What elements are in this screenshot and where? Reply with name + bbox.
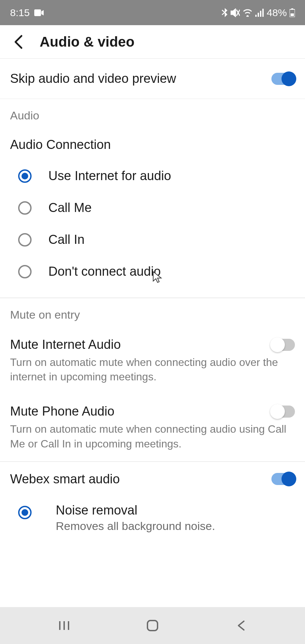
radio-icon — [18, 233, 32, 247]
svg-rect-11 — [147, 621, 158, 631]
mute-internet-title: Mute Internet Audio — [10, 337, 121, 352]
recents-icon — [58, 620, 70, 631]
radio-icon — [18, 506, 32, 519]
svg-rect-1 — [255, 15, 257, 17]
radio-label: Call Me — [48, 201, 92, 215]
radio-icon — [18, 201, 32, 215]
mute-internet-toggle[interactable] — [271, 339, 295, 351]
mute-phone-row[interactable]: Mute Phone Audio Turn on automatic mute … — [0, 394, 305, 461]
back-button[interactable] — [10, 34, 26, 50]
svg-rect-2 — [258, 13, 259, 17]
smart-audio-row[interactable]: Webex smart audio — [0, 462, 305, 496]
radio-icon — [18, 169, 32, 183]
video-recording-icon — [34, 9, 44, 16]
audio-connection-title: Audio Connection — [0, 128, 305, 160]
nav-back-button[interactable] — [231, 615, 251, 636]
mute-icon — [230, 8, 240, 17]
audio-option-internet[interactable]: Use Internet for audio — [10, 160, 295, 192]
chevron-left-icon — [13, 35, 23, 49]
svg-rect-3 — [260, 11, 261, 17]
svg-rect-4 — [262, 9, 264, 17]
signal-icon — [255, 9, 264, 17]
audio-option-call-me[interactable]: Call Me — [10, 192, 295, 224]
mute-phone-desc: Turn on automatic mute when connecting a… — [10, 422, 295, 451]
radio-label: Don't connect audio — [48, 264, 161, 279]
smart-audio-label: Webex smart audio — [10, 472, 120, 486]
home-icon — [146, 619, 159, 632]
mute-entry-header: Mute on entry — [0, 298, 305, 327]
nav-recents-button[interactable] — [54, 615, 74, 636]
radio-label: Call In — [48, 232, 85, 247]
system-nav-bar — [0, 607, 305, 644]
audio-option-dont-connect[interactable]: Don't connect audio — [10, 256, 295, 287]
status-bar: 8:15 48% — [0, 0, 305, 25]
radio-icon — [18, 265, 32, 278]
status-right: 48% — [222, 7, 295, 18]
svg-rect-0 — [34, 9, 41, 16]
app-header: Audio & video — [0, 25, 305, 59]
skip-preview-toggle[interactable] — [271, 73, 295, 85]
audio-connection-options: Use Internet for audio Call Me Call In D… — [0, 160, 305, 298]
skip-preview-row[interactable]: Skip audio and video preview — [0, 59, 305, 99]
page-title: Audio & video — [40, 34, 134, 50]
nav-back-icon — [236, 619, 245, 632]
mute-phone-toggle[interactable] — [271, 406, 295, 418]
noise-removal-title: Noise removal — [56, 503, 215, 518]
skip-preview-label: Skip audio and video preview — [10, 71, 176, 86]
mute-internet-desc: Turn on automatic mute when connecting a… — [10, 355, 295, 384]
svg-rect-7 — [291, 13, 294, 16]
mute-phone-title: Mute Phone Audio — [10, 404, 115, 419]
battery-percent: 48% — [267, 7, 287, 18]
smart-audio-toggle[interactable] — [271, 473, 295, 485]
status-time: 8:15 — [10, 7, 30, 18]
noise-removal-row[interactable]: Noise removal Removes all background noi… — [0, 496, 305, 543]
noise-removal-desc: Removes all background noise. — [56, 520, 215, 533]
audio-option-call-in[interactable]: Call In — [10, 224, 295, 256]
bluetooth-icon — [222, 8, 228, 17]
status-left: 8:15 — [10, 7, 44, 18]
mute-internet-row[interactable]: Mute Internet Audio Turn on automatic mu… — [0, 327, 305, 394]
audio-section-header: Audio — [0, 99, 305, 128]
battery-icon — [290, 8, 295, 17]
nav-home-button[interactable] — [142, 615, 163, 636]
wifi-icon — [243, 9, 253, 17]
radio-label: Use Internet for audio — [48, 169, 171, 183]
